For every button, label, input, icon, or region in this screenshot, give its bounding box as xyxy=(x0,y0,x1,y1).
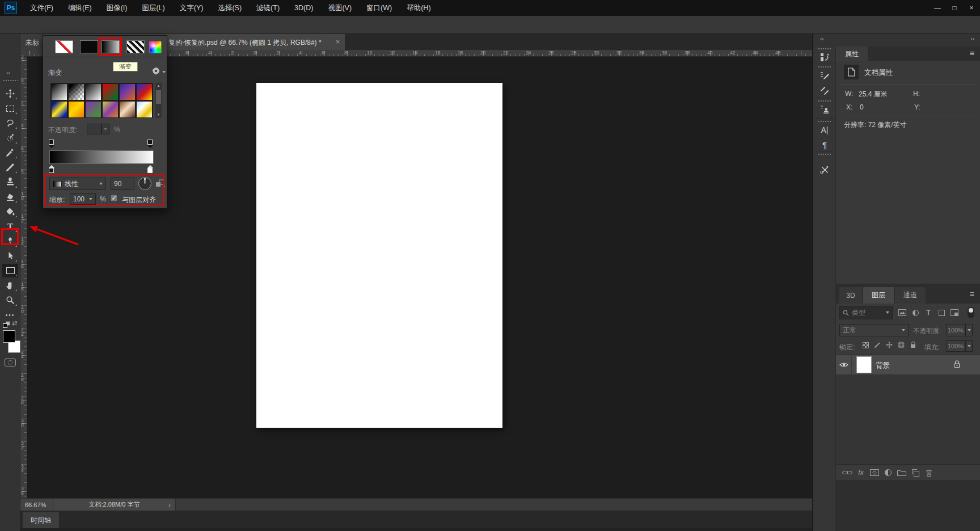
doc-width-value[interactable]: 25.4 厘米 xyxy=(859,90,888,99)
status-chevron-icon[interactable]: › xyxy=(168,502,171,508)
close-tab-icon[interactable]: × xyxy=(336,38,340,46)
panel-strip-grip[interactable] xyxy=(818,153,831,155)
tab-layers[interactable]: 图层 xyxy=(863,287,894,304)
layers-menu-icon[interactable]: ≡ xyxy=(970,289,974,298)
scrollbar-thumb[interactable] xyxy=(156,90,161,104)
color-picker-button[interactable] xyxy=(149,41,162,53)
collapse-tools-icon[interactable]: ›› xyxy=(6,70,10,76)
color-stop-right[interactable] xyxy=(147,168,153,173)
tab-3d[interactable]: 3D xyxy=(839,287,862,304)
brushes-panel-icon[interactable] xyxy=(818,84,831,96)
panel-strip-grip[interactable] xyxy=(818,100,831,102)
lasso-tool[interactable] xyxy=(2,116,18,130)
color-stop-left[interactable] xyxy=(49,168,54,173)
menu-item-6[interactable]: 选择(S) xyxy=(210,0,249,16)
document-canvas[interactable] xyxy=(256,83,502,428)
collapse-dock-icon[interactable]: ›› xyxy=(970,36,974,42)
menu-item-11[interactable]: 帮助(H) xyxy=(399,0,438,16)
vertical-ruler[interactable]: 2024681 01 21 41 61 82 02 22 42 62 83 03… xyxy=(20,57,27,498)
menu-item-10[interactable]: 窗口(W) xyxy=(359,0,399,16)
menu-item-2[interactable]: 编辑(E) xyxy=(61,0,99,16)
gradient-preset-9[interactable] xyxy=(85,101,102,118)
new-adjustment-layer-button[interactable] xyxy=(882,467,894,478)
delete-layer-button[interactable] xyxy=(923,467,935,478)
link-layers-button[interactable] xyxy=(842,467,853,478)
gradient-preset-7[interactable] xyxy=(51,101,67,118)
layer-visibility-toggle[interactable] xyxy=(836,355,852,374)
hand-tool[interactable] xyxy=(2,279,18,292)
blend-mode-dropdown[interactable]: 正常 xyxy=(839,324,909,336)
paragraph-panel-icon[interactable]: ¶ xyxy=(818,138,831,151)
gradient-preset-3[interactable] xyxy=(85,83,102,100)
add-layer-mask-button[interactable] xyxy=(869,467,880,478)
document-tab-partial[interactable]: 未标 xyxy=(20,34,43,50)
filter-toggle[interactable] xyxy=(968,307,974,318)
pen-tool[interactable] xyxy=(2,234,18,248)
close-window-button[interactable]: × xyxy=(963,0,980,16)
gradient-preset-11[interactable] xyxy=(119,101,136,118)
menu-item-5[interactable]: 文字(Y) xyxy=(172,0,211,16)
lock-position-button[interactable] xyxy=(885,340,894,349)
menu-item-9[interactable]: 视图(V) xyxy=(320,0,359,16)
gradient-editor-bar[interactable] xyxy=(49,150,154,164)
new-group-button[interactable] xyxy=(896,467,907,478)
menu-item-3[interactable]: 图像(I) xyxy=(99,0,135,16)
panel-strip-grip[interactable] xyxy=(818,48,831,50)
brush-tool[interactable] xyxy=(2,161,18,174)
gradient-preset-4[interactable] xyxy=(102,83,119,100)
minimize-window-button[interactable]: — xyxy=(929,0,946,16)
gradient-preset-2[interactable] xyxy=(68,83,85,100)
rectangular-marquee-tool[interactable] xyxy=(2,102,18,115)
properties-tab[interactable]: 属性 xyxy=(836,47,868,61)
lock-image-pixels-button[interactable] xyxy=(873,340,882,349)
panel-strip-grip[interactable] xyxy=(818,66,831,68)
layer-filter-dropdown[interactable]: 类型 xyxy=(839,306,893,319)
menu-item-7[interactable]: 滤镜(T) xyxy=(249,0,287,16)
layer-opacity-field[interactable]: 100% xyxy=(946,324,965,336)
gradient-preset-6[interactable] xyxy=(136,83,153,100)
brush-settings-panel-icon[interactable] xyxy=(818,69,831,82)
menu-item-4[interactable]: 图层(L) xyxy=(134,0,172,16)
gradient-preset-8[interactable] xyxy=(68,101,85,118)
quick-selection-tool[interactable] xyxy=(2,131,18,145)
document-info[interactable]: 文档:2.08M/0 字节 › xyxy=(53,499,176,511)
opacity-stop-left[interactable] xyxy=(49,140,54,145)
panel-menu-icon[interactable]: ≡ xyxy=(970,49,974,58)
opacity-stop-right[interactable] xyxy=(147,140,153,145)
layer-name[interactable]: 背景 xyxy=(876,361,890,370)
adjustment-layer-filter-icon[interactable] xyxy=(910,308,920,317)
clone-source-panel-icon[interactable] xyxy=(818,103,831,116)
gear-icon[interactable] xyxy=(152,67,160,77)
shape-layer-filter-icon[interactable] xyxy=(936,308,947,317)
eraser-tool[interactable] xyxy=(2,190,18,204)
clone-stamp-tool[interactable] xyxy=(2,175,18,189)
layer-fill-caret[interactable] xyxy=(965,340,973,352)
path-selection-tool[interactable] xyxy=(2,249,18,263)
foreground-color-swatch[interactable] xyxy=(3,330,15,343)
panel-strip-grip[interactable] xyxy=(818,120,831,123)
layer-thumbnail[interactable] xyxy=(856,356,872,373)
menu-item-1[interactable]: 文件(F) xyxy=(23,0,61,16)
pixel-layer-filter-icon[interactable] xyxy=(897,308,907,317)
swap-colors-icon[interactable]: ⇄ xyxy=(12,319,17,327)
new-layer-button[interactable] xyxy=(910,467,921,478)
zoom-level-field[interactable]: 66.67% xyxy=(20,499,53,511)
tab-channels[interactable]: 通道 xyxy=(895,287,926,304)
scroll-down-icon[interactable]: ▼ xyxy=(155,112,162,117)
tools-panel-icon[interactable] xyxy=(818,163,831,176)
gradient-preset-1[interactable] xyxy=(51,83,67,100)
lock-artboard-button[interactable] xyxy=(897,340,906,349)
fill-solid-button[interactable] xyxy=(80,40,98,53)
scroll-up-icon[interactable]: ▲ xyxy=(155,83,162,88)
gradient-preset-10[interactable] xyxy=(102,101,119,118)
tools-grip[interactable] xyxy=(3,79,18,81)
layer-row-background[interactable]: 背景 xyxy=(836,355,980,374)
expand-panel-strip-icon[interactable]: ‹‹ xyxy=(820,36,824,42)
menu-item-8[interactable]: 3D(D) xyxy=(287,0,320,16)
layer-opacity-caret[interactable] xyxy=(965,324,973,336)
doc-x-value[interactable]: 0 xyxy=(860,103,864,111)
smart-object-filter-icon[interactable] xyxy=(949,308,960,317)
history-panel-icon[interactable] xyxy=(818,51,831,64)
rectangle-tool[interactable] xyxy=(2,264,18,277)
fill-pattern-button[interactable] xyxy=(126,40,145,53)
